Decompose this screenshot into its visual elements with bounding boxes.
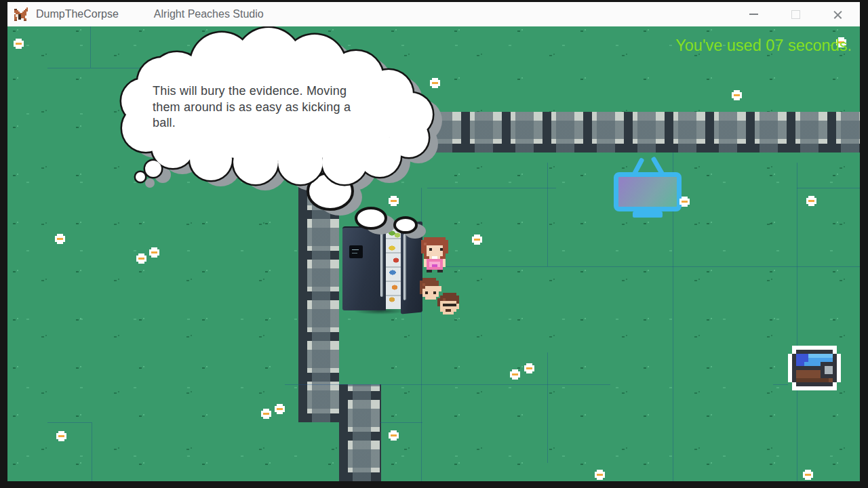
flower-sprite: [136, 253, 138, 256]
flower-sprite: [472, 235, 474, 237]
plaid-path-vertical-lower: [339, 384, 381, 481]
tv-screen: [614, 172, 682, 211]
tile-grid-line: [431, 266, 860, 267]
flower-sprite: [430, 78, 432, 80]
tile-grid-line: [547, 163, 548, 266]
flower-sprite: [55, 234, 57, 236]
thought-bubble: [7, 26, 860, 481]
plaid-path-vertical-upper: [298, 152, 339, 422]
close-icon: [833, 9, 843, 20]
plaid-path-horizontal: [298, 112, 860, 152]
corpse-head-1[interactable]: [417, 278, 420, 281]
flower-sprite: [524, 363, 526, 365]
flower-sprite: [595, 470, 597, 472]
refrigerator[interactable]: [342, 221, 422, 316]
tile-grid-line: [47, 68, 214, 68]
flower-sprite: [14, 39, 16, 41]
character-girl[interactable]: [418, 237, 421, 240]
flower-sprite: [803, 470, 805, 472]
tv-stand: [633, 211, 663, 218]
flower-layer: [7, 26, 860, 481]
fridge-display: [349, 245, 363, 258]
tile-grid-line: [797, 188, 860, 188]
game-viewport[interactable]: This will bury the evidence. Moving them…: [7, 26, 860, 481]
tile-grid-line: [380, 422, 422, 423]
fridge-open-door: [401, 222, 422, 314]
window-controls: [732, 2, 859, 26]
flower-sprite: [275, 404, 277, 406]
tile-grid-line: [773, 384, 788, 385]
fridge-left-door: [342, 226, 386, 310]
maximize-button[interactable]: [774, 2, 816, 26]
tile-grid: [7, 26, 860, 481]
tile-grid-line: [547, 352, 548, 463]
app-logo-dog-icon: [13, 7, 14, 9]
fridge-handle: [403, 234, 406, 300]
flower-sprite: [806, 196, 808, 198]
flower-sprite: [510, 369, 512, 371]
window-title: DumpTheCorpse: [36, 8, 119, 20]
flower-sprite: [732, 90, 734, 92]
corpse-head-2[interactable]: [435, 293, 437, 296]
flower-sprite: [261, 409, 263, 411]
timer-text: You've used 07 seconds.: [675, 37, 852, 55]
fridge-handle: [380, 232, 383, 297]
tile-grid-line: [90, 26, 91, 68]
minimize-button[interactable]: [732, 2, 774, 26]
fridge-interior: [386, 225, 402, 309]
flower-sprite: [389, 430, 391, 432]
maximize-icon: [791, 10, 800, 19]
flower-sprite: [149, 247, 151, 249]
flower-sprite: [679, 197, 682, 199]
tile-grid-line: [92, 422, 92, 481]
window-subtitle: Alright Peaches Studio: [154, 8, 264, 20]
titlebar[interactable]: DumpTheCorpse Alright Peaches Studio: [7, 2, 860, 27]
television[interactable]: [614, 157, 684, 220]
tile-grid-line: [427, 188, 556, 188]
thought-bubble-text: This will bury the evidence. Moving them…: [153, 83, 363, 131]
thought-line: ball.: [153, 115, 363, 131]
flower-sprite: [56, 431, 58, 433]
tile-grid-line: [47, 422, 92, 423]
close-button[interactable]: [816, 2, 859, 26]
thought-line: This will bury the evidence. Moving: [153, 83, 363, 100]
treasure-chest[interactable]: [788, 346, 792, 350]
minimize-icon: [749, 14, 758, 15]
tile-grid-line: [797, 163, 797, 481]
flower-sprite: [389, 196, 391, 198]
app-icon: [13, 7, 29, 21]
thought-line: them around is as easy as kicking a: [153, 100, 363, 116]
